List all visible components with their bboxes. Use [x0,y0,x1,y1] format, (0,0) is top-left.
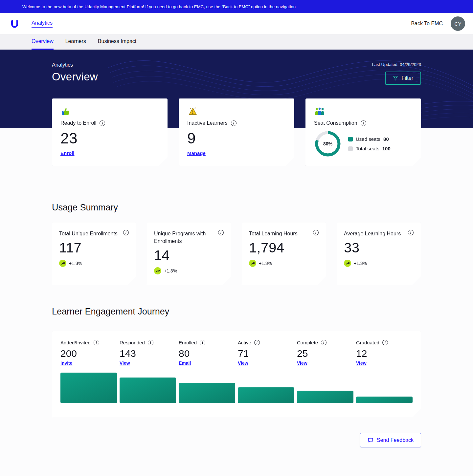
udacity-logo[interactable] [8,17,21,30]
stage-label: Complete [297,340,318,345]
usage-card-total-learning-hours: Total Learning Hours 1,794 +1.3% [242,223,326,285]
view-graduated-link[interactable]: View [356,360,367,366]
used-seats-value: 80 [383,136,389,142]
send-feedback-button[interactable]: Send Feedback [360,433,421,447]
trend-value: +1.3% [69,261,82,266]
email-link[interactable]: Email [179,360,191,366]
usage-card-value: 1,794 [249,240,319,256]
tabbar: Overview Learners Business Impact [0,34,473,50]
info-icon[interactable] [321,340,327,345]
info-icon[interactable] [218,230,224,235]
total-seats-swatch [348,146,353,151]
stage-label: Responded [120,340,145,345]
stage-value: 200 [60,348,117,359]
funnel-bar [238,387,294,403]
usage-row: Total Unique Enrollments 117 +1.3% Uniqu… [52,223,421,285]
avatar-initials: CY [455,21,462,27]
last-updated: Last Updated: 04/29/2023 [372,62,421,67]
nav-link-analytics[interactable]: Analytics [32,20,53,28]
tab-learners[interactable]: Learners [65,34,86,50]
trend-up-icon [344,260,351,267]
stage-value: 71 [238,348,294,359]
stat-title: Seat Consumption [314,120,357,126]
usage-card-title: Unique Programs with Enrollments [154,230,215,245]
seat-legend: Used seats 80 Total seats 100 [348,136,391,151]
send-feedback-label: Send Feedback [377,437,414,443]
info-icon[interactable] [94,340,99,345]
total-seats-label: Total seats [356,146,379,151]
funnel-chart [60,373,413,403]
trend-row: +1.3% [154,267,224,274]
enroll-link[interactable]: Enroll [60,150,75,156]
info-icon[interactable] [313,230,319,235]
stage-active: Active 71 View [238,340,294,366]
announcement-text: Welcome to the new beta of the Udacity M… [22,4,296,9]
legend-row-total: Total seats 100 [348,146,391,151]
tab-business-impact[interactable]: Business Impact [98,34,136,50]
legend-row-used: Used seats 80 [348,136,391,142]
total-seats-value: 100 [382,146,391,151]
stage-graduated: Graduated 12 View [356,340,413,366]
usage-card-average-learning-hours: Average Learning Hours 33 +1.3% [337,223,421,285]
view-responded-link[interactable]: View [120,360,130,366]
main-content: Ready to Enroll 23 Enroll Inactive Learn… [52,98,421,447]
hero-inner: Analytics Overview Last Updated: 04/29/2… [52,50,421,85]
trend-up-icon [59,260,66,267]
stat-title: Ready to Enroll [60,120,96,126]
info-icon[interactable] [148,340,153,345]
tab-overview[interactable]: Overview [32,34,54,50]
hero-right: Last Updated: 04/29/2023 Filter [372,62,421,85]
filter-button[interactable]: Filter [385,72,421,85]
page-title: Overview [52,71,98,83]
warning-icon [187,106,286,117]
chat-bubble-icon [368,437,373,443]
manage-link[interactable]: Manage [187,150,206,156]
stat-title-row: Seat Consumption [314,120,413,126]
trend-row: +1.3% [59,260,129,267]
seat-consumption-card: Seat Consumption 80% Used seats 80 [305,98,421,166]
stage-value: 143 [120,348,176,359]
usage-card-value: 117 [59,240,129,256]
stage-label: Enrolled [179,340,197,345]
journey-heading: Learner Engagement Journey [52,307,421,317]
usage-card-title: Total Learning Hours [249,230,310,237]
udacity-logo-icon [9,18,20,29]
funnel-bar [60,373,117,403]
seat-percent-label: 80% [314,130,342,158]
app-header: Analytics Back To EMC CY [0,13,473,34]
info-icon[interactable] [231,120,236,126]
header-right: Back To EMC CY [411,16,465,31]
trend-row: +1.3% [249,260,319,267]
avatar[interactable]: CY [451,16,465,31]
stats-row: Ready to Enroll 23 Enroll Inactive Learn… [52,98,421,166]
stat-title: Inactive Learners [187,120,228,126]
stage-label: Graduated [356,340,379,345]
stage-value: 80 [179,348,235,359]
hero-left: Analytics Overview [52,62,98,85]
invite-link[interactable]: Invite [60,360,73,366]
info-icon[interactable] [408,230,414,235]
ready-to-enroll-card: Ready to Enroll 23 Enroll [52,98,168,166]
stat-title-row: Inactive Learners [187,120,286,126]
usage-card-value: 33 [344,240,414,256]
info-icon[interactable] [254,340,260,345]
view-active-link[interactable]: View [238,360,248,366]
view-complete-link[interactable]: View [297,360,307,366]
stage-label: Added/Invited [60,340,91,345]
back-to-emc-link[interactable]: Back To EMC [411,21,443,27]
info-icon[interactable] [200,340,205,345]
stage-responded: Responded 143 View [120,340,176,366]
inactive-learners-value: 9 [187,129,286,147]
info-icon[interactable] [100,120,105,126]
hero-eyebrow: Analytics [52,62,98,68]
used-seats-label: Used seats [356,136,380,142]
trend-value: +1.3% [259,261,272,266]
journey-columns: Added/Invited 200 Invite Responded 143 V… [60,340,413,366]
usage-summary-heading: Usage Summary [52,203,421,213]
info-icon[interactable] [123,230,129,235]
trend-value: +1.3% [354,261,367,266]
stage-value: 25 [297,348,353,359]
info-icon[interactable] [361,120,366,126]
stage-label: Active [238,340,251,345]
info-icon[interactable] [382,340,388,345]
